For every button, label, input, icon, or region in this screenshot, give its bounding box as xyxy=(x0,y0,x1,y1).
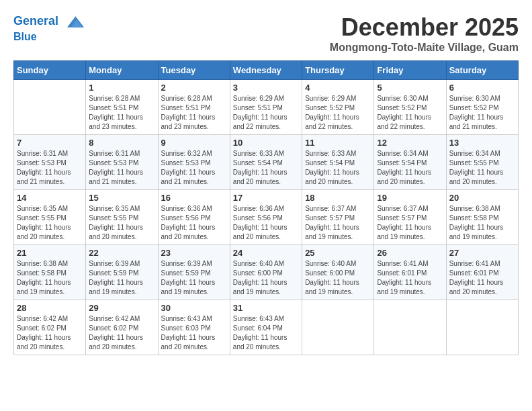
calendar-cell: 10Sunrise: 6:33 AMSunset: 5:54 PMDayligh… xyxy=(230,135,302,190)
header-saturday: Saturday xyxy=(446,61,518,80)
calendar-cell: 3Sunrise: 6:29 AMSunset: 5:51 PMDaylight… xyxy=(230,80,302,135)
day-info: Sunrise: 6:38 AMSunset: 5:58 PMDaylight:… xyxy=(449,204,515,242)
header-friday: Friday xyxy=(374,61,446,80)
day-number: 19 xyxy=(377,193,443,203)
day-number: 14 xyxy=(17,193,83,203)
calendar-cell: 26Sunrise: 6:41 AMSunset: 6:01 PMDayligh… xyxy=(374,245,446,300)
calendar-week-2: 7Sunrise: 6:31 AMSunset: 5:53 PMDaylight… xyxy=(14,135,519,190)
calendar-cell: 6Sunrise: 6:30 AMSunset: 5:52 PMDaylight… xyxy=(446,80,518,135)
calendar-header-row: SundayMondayTuesdayWednesdayThursdayFrid… xyxy=(14,61,519,80)
calendar-cell: 16Sunrise: 6:36 AMSunset: 5:56 PMDayligh… xyxy=(158,190,230,245)
day-number: 3 xyxy=(233,83,299,93)
day-number: 27 xyxy=(449,248,515,258)
day-info: Sunrise: 6:28 AMSunset: 5:51 PMDaylight:… xyxy=(161,94,227,132)
day-number: 15 xyxy=(89,193,154,203)
calendar-cell: 11Sunrise: 6:33 AMSunset: 5:54 PMDayligh… xyxy=(302,135,374,190)
day-info: Sunrise: 6:30 AMSunset: 5:52 PMDaylight:… xyxy=(449,94,515,132)
day-number: 12 xyxy=(377,138,443,148)
day-number: 23 xyxy=(161,248,227,258)
day-info: Sunrise: 6:35 AMSunset: 5:55 PMDaylight:… xyxy=(89,204,154,242)
day-number: 7 xyxy=(17,138,83,148)
calendar-week-3: 14Sunrise: 6:35 AMSunset: 5:55 PMDayligh… xyxy=(14,190,519,245)
day-number: 5 xyxy=(377,83,443,93)
calendar-cell: 17Sunrise: 6:36 AMSunset: 5:56 PMDayligh… xyxy=(230,190,302,245)
day-number: 10 xyxy=(233,138,299,148)
calendar-cell: 23Sunrise: 6:39 AMSunset: 5:59 PMDayligh… xyxy=(158,245,230,300)
day-info: Sunrise: 6:36 AMSunset: 5:56 PMDaylight:… xyxy=(161,204,227,242)
calendar-cell: 9Sunrise: 6:32 AMSunset: 5:53 PMDaylight… xyxy=(158,135,230,190)
day-info: Sunrise: 6:29 AMSunset: 5:52 PMDaylight:… xyxy=(305,94,371,132)
calendar-cell: 20Sunrise: 6:38 AMSunset: 5:58 PMDayligh… xyxy=(446,190,518,245)
calendar-cell: 12Sunrise: 6:34 AMSunset: 5:54 PMDayligh… xyxy=(374,135,446,190)
calendar-cell: 19Sunrise: 6:37 AMSunset: 5:57 PMDayligh… xyxy=(374,190,446,245)
day-info: Sunrise: 6:37 AMSunset: 5:57 PMDaylight:… xyxy=(305,204,371,242)
calendar-cell: 31Sunrise: 6:43 AMSunset: 6:04 PMDayligh… xyxy=(230,300,302,355)
month-year-title: December 2025 xyxy=(330,13,519,42)
calendar-cell: 5Sunrise: 6:30 AMSunset: 5:52 PMDaylight… xyxy=(374,80,446,135)
calendar-cell: 14Sunrise: 6:35 AMSunset: 5:55 PMDayligh… xyxy=(14,190,86,245)
calendar-cell: 27Sunrise: 6:41 AMSunset: 6:01 PMDayligh… xyxy=(446,245,518,300)
calendar-cell: 2Sunrise: 6:28 AMSunset: 5:51 PMDaylight… xyxy=(158,80,230,135)
day-info: Sunrise: 6:38 AMSunset: 5:58 PMDaylight:… xyxy=(17,259,83,297)
day-info: Sunrise: 6:36 AMSunset: 5:56 PMDaylight:… xyxy=(233,204,299,242)
calendar-cell: 7Sunrise: 6:31 AMSunset: 5:53 PMDaylight… xyxy=(14,135,86,190)
day-number: 20 xyxy=(449,193,515,203)
day-number: 1 xyxy=(89,83,154,93)
day-number: 17 xyxy=(233,193,299,203)
day-info: Sunrise: 6:32 AMSunset: 5:53 PMDaylight:… xyxy=(161,149,227,187)
calendar-cell: 29Sunrise: 6:42 AMSunset: 6:02 PMDayligh… xyxy=(86,300,158,355)
day-number: 4 xyxy=(305,83,371,93)
day-info: Sunrise: 6:40 AMSunset: 6:00 PMDaylight:… xyxy=(305,259,371,297)
day-number: 18 xyxy=(305,193,371,203)
header-sunday: Sunday xyxy=(14,61,86,80)
day-info: Sunrise: 6:31 AMSunset: 5:53 PMDaylight:… xyxy=(89,149,154,187)
day-number: 13 xyxy=(449,138,515,148)
day-number: 24 xyxy=(233,248,299,258)
day-info: Sunrise: 6:30 AMSunset: 5:52 PMDaylight:… xyxy=(377,94,443,132)
header-wednesday: Wednesday xyxy=(230,61,302,80)
calendar-cell: 8Sunrise: 6:31 AMSunset: 5:53 PMDaylight… xyxy=(86,135,158,190)
calendar-cell: 18Sunrise: 6:37 AMSunset: 5:57 PMDayligh… xyxy=(302,190,374,245)
location-title: Mongmong-Toto-Maite Village, Guam xyxy=(330,42,519,54)
day-info: Sunrise: 6:35 AMSunset: 5:55 PMDaylight:… xyxy=(17,204,83,242)
calendar-cell: 21Sunrise: 6:38 AMSunset: 5:58 PMDayligh… xyxy=(14,245,86,300)
header-thursday: Thursday xyxy=(302,61,374,80)
calendar-cell: 25Sunrise: 6:40 AMSunset: 6:00 PMDayligh… xyxy=(302,245,374,300)
day-number: 30 xyxy=(161,303,227,313)
day-number: 29 xyxy=(89,303,154,313)
calendar-cell: 15Sunrise: 6:35 AMSunset: 5:55 PMDayligh… xyxy=(86,190,158,245)
calendar-cell xyxy=(302,300,374,355)
calendar-table: SundayMondayTuesdayWednesdayThursdayFrid… xyxy=(13,60,519,355)
logo-blue-text: Blue xyxy=(13,30,87,43)
calendar-cell: 24Sunrise: 6:40 AMSunset: 6:00 PMDayligh… xyxy=(230,245,302,300)
day-number: 21 xyxy=(17,248,83,258)
calendar-cell xyxy=(14,80,86,135)
day-number: 6 xyxy=(449,83,515,93)
day-info: Sunrise: 6:43 AMSunset: 6:04 PMDaylight:… xyxy=(233,314,299,352)
day-info: Sunrise: 6:37 AMSunset: 5:57 PMDaylight:… xyxy=(377,204,443,242)
day-info: Sunrise: 6:29 AMSunset: 5:51 PMDaylight:… xyxy=(233,94,299,132)
day-info: Sunrise: 6:34 AMSunset: 5:55 PMDaylight:… xyxy=(449,149,515,187)
day-number: 22 xyxy=(89,248,154,258)
day-info: Sunrise: 6:28 AMSunset: 5:51 PMDaylight:… xyxy=(89,94,154,132)
header-monday: Monday xyxy=(86,61,158,80)
day-number: 28 xyxy=(17,303,83,313)
day-info: Sunrise: 6:39 AMSunset: 5:59 PMDaylight:… xyxy=(89,259,154,297)
day-number: 16 xyxy=(161,193,227,203)
day-number: 11 xyxy=(305,138,371,148)
day-number: 25 xyxy=(305,248,371,258)
day-info: Sunrise: 6:40 AMSunset: 6:00 PMDaylight:… xyxy=(233,259,299,297)
day-info: Sunrise: 6:31 AMSunset: 5:53 PMDaylight:… xyxy=(17,149,83,187)
title-area: December 2025 Mongmong-Toto-Maite Villag… xyxy=(330,13,519,54)
calendar-week-4: 21Sunrise: 6:38 AMSunset: 5:58 PMDayligh… xyxy=(14,245,519,300)
day-info: Sunrise: 6:33 AMSunset: 5:54 PMDaylight:… xyxy=(305,149,371,187)
day-info: Sunrise: 6:41 AMSunset: 6:01 PMDaylight:… xyxy=(377,259,443,297)
day-number: 26 xyxy=(377,248,443,258)
calendar-cell: 30Sunrise: 6:43 AMSunset: 6:03 PMDayligh… xyxy=(158,300,230,355)
day-info: Sunrise: 6:41 AMSunset: 6:01 PMDaylight:… xyxy=(449,259,515,297)
calendar-week-1: 1Sunrise: 6:28 AMSunset: 5:51 PMDaylight… xyxy=(14,80,519,135)
day-info: Sunrise: 6:34 AMSunset: 5:54 PMDaylight:… xyxy=(377,149,443,187)
day-info: Sunrise: 6:42 AMSunset: 6:02 PMDaylight:… xyxy=(89,314,154,352)
header: General Blue December 2025 Mongmong-Toto… xyxy=(13,13,519,54)
logo: General Blue xyxy=(13,13,87,43)
